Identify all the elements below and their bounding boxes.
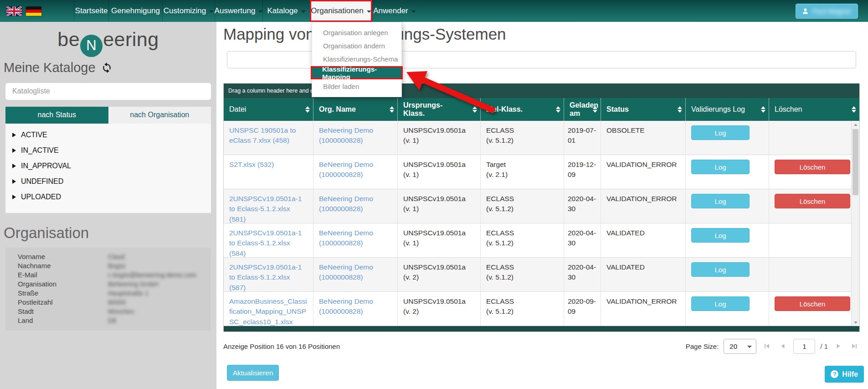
org-link[interactable]: BeNeering Demo(1000000828): [319, 297, 373, 315]
uk-flag-icon[interactable]: [6, 6, 22, 16]
nav-item-anwender[interactable]: Anwender: [372, 0, 416, 22]
refresh-button[interactable]: Aktualisieren: [227, 365, 279, 381]
org-field-row: LandDE: [5, 316, 211, 325]
column-header-datei[interactable]: Datei: [224, 98, 313, 121]
org-link[interactable]: BeNeering Demo(1000000828): [319, 161, 373, 178]
table-row: AmazonBusiness_Classification_Mapping_UN…: [224, 292, 859, 326]
grid-bottom-bar: [224, 326, 859, 332]
nav-item-label: Kataloge: [267, 6, 298, 16]
nav-item-kataloge[interactable]: Kataloge: [262, 0, 310, 22]
target-class: Target(v. 2.1): [481, 155, 564, 189]
org-field-row: NachnameBogisi: [5, 261, 211, 270]
log-button[interactable]: Log: [691, 228, 750, 243]
tab-by-status[interactable]: nach Status: [5, 107, 108, 124]
status-group-undefined[interactable]: UNDEFINED: [5, 174, 211, 189]
org-link[interactable]: BeNeering Demo(1000000828): [319, 126, 373, 144]
file-link[interactable]: 2UNSPSCv19.0501a-1 to Eclass-5.1.2.xlsx …: [229, 195, 302, 223]
catalog-search-input[interactable]: [5, 83, 211, 100]
chevron-down-icon: [411, 10, 416, 13]
sort-icon: [556, 106, 560, 113]
status-group-uploaded[interactable]: UPLOADED: [5, 189, 211, 205]
redacted-value: München: [108, 308, 134, 315]
mapping-grid: Drag a column header here and drop it to…: [223, 83, 860, 332]
column-header-geladen-am[interactable]: Geladen am: [564, 98, 601, 121]
status-text: VALIDATED: [601, 223, 686, 257]
sort-icon: [305, 106, 310, 113]
sort-icon: [593, 106, 597, 113]
file-link[interactable]: 2UNSPSCv19.0501a-1 to Eclass-5.1.2.xlsx …: [229, 263, 302, 291]
app-page: Startseite Genehmigung Customizing Auswe…: [0, 0, 868, 389]
delete-button[interactable]: Löschen: [775, 296, 850, 311]
org-field-row: Postleitzahl80000: [5, 298, 211, 307]
log-button[interactable]: Log: [691, 160, 750, 174]
last-page-button[interactable]: [849, 343, 860, 349]
column-header-loeschen[interactable]: Löschen: [769, 98, 859, 121]
scrollbar-thumb[interactable]: [853, 129, 858, 195]
delete-button[interactable]: Löschen: [775, 194, 850, 208]
grid-vertical-scrollbar[interactable]: [851, 121, 859, 326]
nav-item-auswertung[interactable]: Auswertung: [215, 0, 262, 22]
menu-item-organisation-aendern[interactable]: Organisation ändern: [312, 39, 401, 52]
page-size-select[interactable]: 20: [724, 339, 756, 354]
log-button[interactable]: Log: [691, 296, 750, 311]
menu-item-organisation-anlegen[interactable]: Organisation anlegen: [312, 26, 401, 39]
status-group-in-approval[interactable]: IN_APPROVAL: [5, 158, 211, 174]
scroll-up-button[interactable]: [852, 121, 859, 128]
org-field-row: E-Mailc.bogisi@beneering-demo.com: [5, 270, 211, 280]
table-row: 2UNSPSCv19.0501a-1 to Eclass-5.1.2.xlsx …: [224, 223, 859, 258]
nav-item-organisationen[interactable]: Organisationen: [310, 0, 372, 22]
redacted-value: Claud: [108, 253, 125, 260]
nav-item-genehmigung[interactable]: Genehmigung: [108, 0, 162, 22]
loaded-date: 2020-09-09: [564, 292, 601, 326]
file-link[interactable]: S2T.xlsx (532): [229, 161, 274, 168]
loaded-date: 2020-04-30: [564, 223, 601, 257]
first-page-button[interactable]: [761, 343, 772, 349]
log-button[interactable]: Log: [691, 262, 750, 277]
log-button[interactable]: Log: [691, 125, 750, 140]
total-pages-label: / 1: [820, 342, 828, 350]
file-link[interactable]: AmazonBusiness_Classification_Mapping_UN…: [229, 297, 307, 326]
scroll-down-button[interactable]: [852, 319, 859, 326]
column-header-validierungs-log[interactable]: Validierungs Log: [686, 98, 769, 121]
menu-item-bilder-laden[interactable]: Bilder laden: [312, 80, 401, 93]
status-group-in-active[interactable]: IN_ACTIVE: [5, 143, 211, 158]
org-link[interactable]: BeNeering Demo(1000000828): [319, 229, 373, 247]
help-button[interactable]: ?Hilfe: [825, 366, 864, 383]
status-text: VALIDATION_ERROR: [601, 189, 686, 223]
source-class: UNSPSCv19.0501a(v. 1): [398, 155, 481, 189]
org-link[interactable]: BeNeering Demo(1000000828): [319, 195, 373, 213]
loaded-date: 2020-04-30: [564, 258, 601, 291]
current-page-input[interactable]: [793, 339, 815, 354]
column-header-ursprungs-klass[interactable]: Ursprungs-Klass.: [398, 98, 481, 121]
refresh-icon[interactable]: [101, 62, 113, 73]
organisationen-dropdown-menu: Organisation anlegen Organisation ändern…: [312, 22, 402, 97]
nav-item-customizing[interactable]: Customizing: [162, 0, 215, 22]
status-group-active[interactable]: ACTIVE: [5, 127, 211, 143]
user-account-button[interactable]: Paul Wagner: [796, 4, 858, 19]
my-catalogs-heading: Meine Kataloge: [4, 60, 216, 75]
column-header-status[interactable]: Status: [601, 98, 686, 121]
language-switcher: [0, 0, 74, 22]
file-link[interactable]: UNSPSC 190501a to eClass 7.xlsx (458): [229, 126, 296, 144]
next-page-button[interactable]: [833, 343, 844, 349]
status-text: OBSOLETE: [601, 121, 686, 155]
chevron-down-icon: [747, 346, 752, 348]
column-header-ziel-klass[interactable]: Ziel-Klass.: [481, 98, 564, 121]
source-class: UNSPSCv19.0501a(v. 2): [398, 292, 481, 326]
nav-item-label: Anwender: [373, 6, 408, 16]
menu-item-klassifizierungs-schema[interactable]: Klassifizierungs-Schema: [312, 52, 401, 66]
redacted-value: 80000: [108, 299, 126, 306]
redacted-value: Bogisi: [108, 262, 125, 270]
org-link[interactable]: BeNeering Demo(1000000828): [319, 263, 373, 281]
previous-page-button[interactable]: [777, 343, 788, 349]
nav-item-startseite[interactable]: Startseite: [74, 0, 108, 22]
log-button[interactable]: Log: [691, 194, 750, 208]
expand-arrow-icon: [12, 195, 16, 199]
german-flag-icon[interactable]: [26, 6, 41, 16]
menu-item-klassifizierungs-mapping[interactable]: Klassifizierungs-Mapping: [311, 66, 403, 79]
sort-icon: [473, 106, 477, 113]
column-header-org-name[interactable]: Org. Name: [313, 98, 398, 121]
tab-by-organisation[interactable]: nach Organisation: [108, 107, 211, 124]
file-link[interactable]: 2UNSPSCv19.0501a-1 to Eclass-5.1.2.xlsx …: [229, 229, 302, 257]
delete-button[interactable]: Löschen: [775, 160, 850, 174]
